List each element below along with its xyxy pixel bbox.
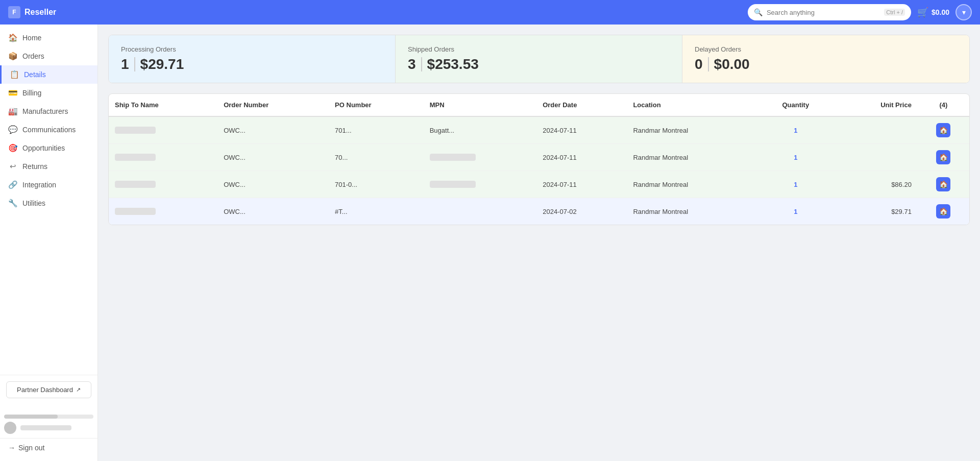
sidebar-nav: 🏠 Home 📦 Orders 📋 Details 💳 Billing 🏭 Ma… (0, 29, 97, 375)
user-name-placeholder (20, 425, 71, 430)
shipped-divider (421, 57, 422, 71)
logo[interactable]: F Reseller (8, 6, 56, 18)
shipped-count: 3 (408, 56, 416, 72)
returns-icon: ↩ (8, 162, 17, 171)
sidebar-item-orders[interactable]: 📦 Orders (0, 47, 97, 65)
search-shortcut: Ctrl + / (884, 9, 905, 16)
cell-order-date: 2024-07-11 (536, 171, 627, 198)
sidebar-bottom: Partner Dashboard ↗ (0, 375, 97, 404)
sidebar-item-communications[interactable]: 💬 Communications (0, 120, 97, 139)
cell-unit-price (834, 144, 918, 171)
col-order-number: Order Number (217, 94, 329, 116)
processing-orders-card: Processing Orders 1 $29.71 (109, 35, 396, 83)
sidebar-item-billing[interactable]: 💳 Billing (0, 84, 97, 102)
cell-ship-to: REDACTED (109, 198, 217, 225)
user-info (0, 410, 97, 438)
avatar-button[interactable]: ▾ (955, 4, 972, 20)
cell-mpn (424, 198, 537, 225)
cell-mpn: Bugatt... (424, 116, 537, 144)
partner-dashboard-button[interactable]: Partner Dashboard ↗ (6, 381, 91, 398)
shipped-label: Shipped Orders (408, 45, 670, 53)
user-avatar-row (4, 422, 93, 434)
logo-icon: F (8, 6, 20, 18)
search-box[interactable]: 🔍 Ctrl + / (748, 4, 911, 20)
orders-table-container: Ship To Name Order Number PO Number MPN … (108, 93, 970, 225)
cell-ship-to: REDACTED (109, 171, 217, 198)
table-header-row: Ship To Name Order Number PO Number MPN … (109, 94, 969, 116)
row-action-button[interactable]: 🏠 (936, 150, 950, 164)
cell-location: Randmar Montreal (627, 144, 757, 171)
col-po-number: PO Number (329, 94, 424, 116)
communications-icon: 💬 (8, 125, 17, 134)
cell-order-number: OWC... (217, 198, 329, 225)
table-row: REDACTED OWC... 701-0... REDACTED 2024-0… (109, 171, 969, 198)
cell-quantity: 1 (757, 171, 834, 198)
row-icon-container: 🏠 (924, 150, 963, 164)
sidebar-item-utilities-label: Utilities (22, 199, 45, 207)
sidebar-item-billing-label: Billing (22, 89, 41, 97)
row-icon-container: 🏠 (924, 204, 963, 219)
table-body: REDACTED OWC... 701... Bugatt... 2024-07… (109, 116, 969, 225)
row-action-button[interactable]: 🏠 (936, 177, 950, 191)
cell-unit-price: $86.20 (834, 171, 918, 198)
shipped-value-row: 3 $253.53 (408, 56, 670, 72)
cell-unit-price: $29.71 (834, 198, 918, 225)
row-icon-container: 🏠 (924, 123, 963, 137)
sidebar-item-returns[interactable]: ↩ Returns (0, 157, 97, 176)
utilities-icon: 🔧 (8, 199, 17, 208)
signout-icon: → (8, 444, 15, 452)
sidebar-item-opportunities[interactable]: 🎯 Opportunities (0, 139, 97, 157)
col-unit-price: Unit Price (834, 94, 918, 116)
topnav: F Reseller 🔍 Ctrl + / 🛒 $0.00 ▾ (0, 0, 980, 25)
cell-quantity: 1 (757, 144, 834, 171)
user-progress-bar (4, 415, 93, 419)
delayed-orders-card: Delayed Orders 0 $0.00 (682, 35, 969, 83)
cart-button[interactable]: 🛒 $0.00 (917, 7, 949, 18)
cell-po-number: #T... (329, 198, 424, 225)
sidebar-item-utilities[interactable]: 🔧 Utilities (0, 194, 97, 212)
manufacturers-icon: 🏭 (8, 107, 17, 116)
search-area: 🔍 Ctrl + / (62, 4, 911, 20)
home-icon: 🏠 (8, 33, 17, 42)
sidebar-item-opportunities-label: Opportunities (22, 144, 65, 152)
cell-mpn: REDACTED (424, 144, 537, 171)
cell-order-date: 2024-07-11 (536, 116, 627, 144)
cell-mpn: REDACTED (424, 171, 537, 198)
sidebar-item-integration[interactable]: 🔗 Integration (0, 176, 97, 194)
sidebar-item-details-label: Details (24, 70, 46, 79)
delayed-count: 0 (695, 56, 703, 72)
cell-order-number: OWC... (217, 144, 329, 171)
processing-divider (134, 57, 135, 71)
search-input[interactable] (767, 9, 880, 16)
sidebar: 🏠 Home 📦 Orders 📋 Details 💳 Billing 🏭 Ma… (0, 25, 98, 461)
cell-action: 🏠 (918, 198, 969, 225)
cell-order-number: OWC... (217, 116, 329, 144)
sign-out-button[interactable]: → Sign out (0, 438, 97, 457)
cell-action: 🏠 (918, 116, 969, 144)
sidebar-item-manufacturers[interactable]: 🏭 Manufacturers (0, 102, 97, 120)
cell-order-number: OWC... (217, 171, 329, 198)
cell-po-number: 701... (329, 116, 424, 144)
processing-value-row: 1 $29.71 (121, 56, 383, 72)
sidebar-item-orders-label: Orders (22, 52, 44, 60)
cell-action: 🏠 (918, 144, 969, 171)
col-location: Location (627, 94, 757, 116)
row-action-button[interactable]: 🏠 (936, 204, 950, 219)
cell-quantity: 1 (757, 116, 834, 144)
row-action-button[interactable]: 🏠 (936, 123, 950, 137)
cell-location: Randmar Montreal (627, 171, 757, 198)
cell-location: Randmar Montreal (627, 116, 757, 144)
topnav-right: 🛒 $0.00 ▾ (917, 4, 972, 20)
processing-label: Processing Orders (121, 45, 383, 53)
orders-table: Ship To Name Order Number PO Number MPN … (109, 94, 969, 225)
sidebar-item-home[interactable]: 🏠 Home (0, 29, 97, 47)
cell-ship-to: REDACTED (109, 116, 217, 144)
row-icon-container: 🏠 (924, 177, 963, 191)
shipped-amount: $253.53 (427, 56, 479, 72)
sign-out-label: Sign out (18, 444, 44, 452)
delayed-divider (708, 57, 709, 71)
cart-amount: $0.00 (932, 8, 949, 16)
table-row: REDACTED OWC... 701... Bugatt... 2024-07… (109, 116, 969, 144)
billing-icon: 💳 (8, 88, 17, 98)
sidebar-item-details[interactable]: 📋 Details (0, 65, 97, 84)
